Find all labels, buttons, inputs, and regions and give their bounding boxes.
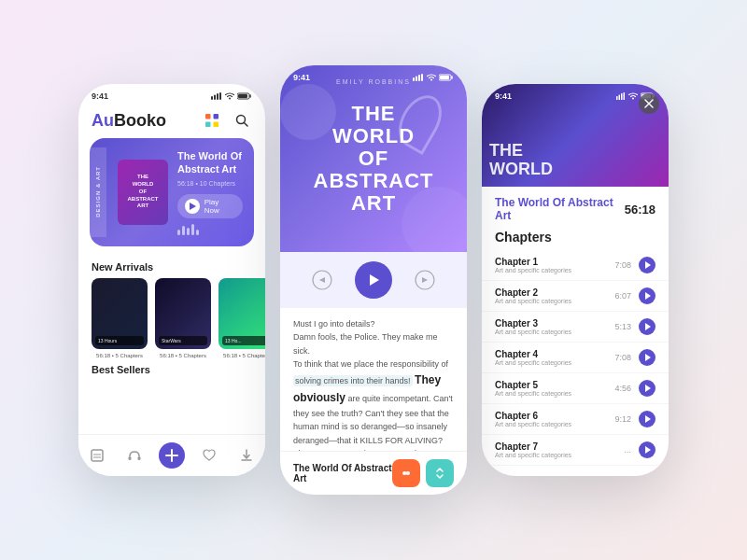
nav-download[interactable] xyxy=(233,442,260,469)
svg-rect-8 xyxy=(205,122,211,128)
nav-home[interactable] xyxy=(84,442,110,469)
scroll-button[interactable] xyxy=(426,459,454,487)
player-controls xyxy=(280,252,467,308)
chapter-play-icon-3 xyxy=(645,354,651,361)
forward-button[interactable] xyxy=(412,267,438,293)
svg-rect-7 xyxy=(214,114,219,119)
svg-line-11 xyxy=(244,122,247,126)
middle-bottom-bar: The World Of Abstract Art xyxy=(280,451,467,495)
chapter-play-icon-0 xyxy=(645,261,651,269)
chapter-name-1: Chapter 2 xyxy=(495,287,614,298)
highlight-text: solving crimes into their hands! xyxy=(293,375,413,386)
chapter-item[interactable]: Chapter 5 Art and specific categories 4:… xyxy=(482,373,669,404)
chapter-play-btn-4[interactable] xyxy=(639,380,655,397)
album-art: 9:41 EMILY ROBBINS THE WORLD OF xyxy=(280,65,467,252)
chapter-time-6: ... xyxy=(624,445,631,455)
chapter-play-btn-2[interactable] xyxy=(639,318,655,335)
nav-heart[interactable] xyxy=(196,442,222,469)
chapter-sub-4: Art and specific categories xyxy=(495,390,614,397)
chapter-play-icon-1 xyxy=(645,292,651,300)
chapter-play-icon-2 xyxy=(645,323,651,330)
rewind-button[interactable] xyxy=(309,267,335,293)
wave-dot-4 xyxy=(191,224,194,235)
book-badge-extra: 13 Ho... xyxy=(222,336,265,345)
play-button[interactable]: Play Now xyxy=(177,194,243,218)
chapter-play-btn-3[interactable] xyxy=(639,349,655,366)
album-author: EMILY ROBBINS xyxy=(336,78,411,85)
chapter-item[interactable]: Chapter 7 Art and specific categories ..… xyxy=(482,435,669,466)
play-main-button[interactable] xyxy=(355,261,392,299)
signal-icon-mid xyxy=(413,74,424,81)
chapters-header: Chapters xyxy=(482,226,669,250)
nav-headphones[interactable] xyxy=(121,442,148,469)
phone-right: 9:41 THE WORLD xyxy=(482,84,669,476)
svg-point-31 xyxy=(402,471,406,475)
hero-title: The World Of Abstract Art xyxy=(177,149,243,176)
status-icons-left xyxy=(211,92,252,100)
chapter-time-5: 9:12 xyxy=(614,414,631,424)
chapter-play-btn-0[interactable] xyxy=(639,257,655,273)
chapter-play-icon-6 xyxy=(645,446,651,454)
book-card-13hours[interactable]: 13 Hours 56:18 • 5 Chapters xyxy=(92,278,148,358)
chapter-play-btn-1[interactable] xyxy=(639,287,655,304)
chapter-time-1: 6:07 xyxy=(614,291,631,301)
chapter-item[interactable]: Chapter 1 Art and specific categories 7:… xyxy=(482,250,669,281)
chapter-info-0: Chapter 1 Art and specific categories xyxy=(495,257,614,273)
best-sellers-header: Best Sellers xyxy=(78,358,265,381)
chapter-info-3: Chapter 4 Art and specific categories xyxy=(495,349,614,366)
signal-icon xyxy=(211,92,222,100)
right-content: 9:41 THE WORLD xyxy=(482,84,669,476)
chapter-item[interactable]: Chapter 6 Art and specific categories 9:… xyxy=(482,404,669,435)
book-card-starwars[interactable]: StarWars 56:18 • 5 Chapters xyxy=(155,278,211,358)
svg-point-32 xyxy=(406,471,410,475)
chapter-play-btn-6[interactable] xyxy=(639,441,655,458)
bookmark-button[interactable] xyxy=(392,459,420,487)
chapter-item[interactable]: Chapter 4 Art and specific categories 7:… xyxy=(482,343,669,373)
svg-rect-21 xyxy=(413,77,415,81)
search-icon[interactable] xyxy=(232,110,252,131)
bottom-actions xyxy=(392,459,454,487)
chapter-play-icon-4 xyxy=(645,385,651,392)
left-header: AuBooko xyxy=(78,105,265,138)
svg-rect-0 xyxy=(211,96,213,100)
wave-dot-3 xyxy=(187,228,190,235)
hero-card: DESIGN & ART THE WORLD OF ABSTRACT ART T… xyxy=(90,138,254,246)
chapter-sub-0: Art and specific categories xyxy=(495,267,614,273)
chapter-sub-5: Art and specific categories xyxy=(495,421,614,427)
right-header-title: THE WORLD xyxy=(489,142,553,179)
play-label: Play Now xyxy=(204,198,235,215)
nav-plus[interactable] xyxy=(159,442,185,469)
middle-content: 9:41 EMILY ROBBINS THE WORLD OF xyxy=(280,65,467,495)
wave-dot-2 xyxy=(182,226,185,235)
right-header-image: 9:41 THE WORLD xyxy=(482,84,669,187)
chapter-time-2: 5:13 xyxy=(614,322,631,331)
book-badge-13hours: 13 Hours xyxy=(95,336,144,345)
svg-rect-23 xyxy=(418,75,420,81)
right-info-bar: The World Of Abstract Art 56:18 xyxy=(482,187,669,226)
grid-icon[interactable] xyxy=(202,110,222,131)
chapter-name-0: Chapter 1 xyxy=(495,257,614,267)
book-badge-starwars: StarWars xyxy=(159,336,207,345)
battery-icon xyxy=(237,92,252,100)
hero-info: The World Of Abstract Art 56:18 • 10 Cha… xyxy=(177,149,243,235)
header-icons xyxy=(202,110,252,131)
book-thumb-starwars: StarWars xyxy=(155,278,211,349)
book-label-13hours: 56:18 • 5 Chapters xyxy=(92,353,148,358)
time-left: 9:41 xyxy=(92,91,108,101)
chapter-name-4: Chapter 5 xyxy=(495,380,614,390)
chapter-name-5: Chapter 6 xyxy=(495,411,614,421)
book-card-extra[interactable]: 13 Ho... 56:18 • 5 Chapters xyxy=(218,278,265,358)
chapter-play-btn-5[interactable] xyxy=(639,411,655,427)
svg-rect-9 xyxy=(214,122,219,128)
chapter-info-2: Chapter 3 Art and specific categories xyxy=(495,318,614,335)
right-book-name: The World Of Abstract Art xyxy=(495,196,625,222)
close-button[interactable] xyxy=(639,93,659,114)
battery-icon-mid xyxy=(439,74,454,81)
book-label-extra: 56:18 • 5 Chapters xyxy=(218,353,265,358)
book-text: Must I go into details?Damn fools, the P… xyxy=(280,308,467,451)
chapter-item[interactable]: Chapter 2 Art and specific categories 6:… xyxy=(482,281,669,312)
chapter-item[interactable]: Chapter 3 Art and specific categories 5:… xyxy=(482,312,669,343)
chapter-info-1: Chapter 2 Art and specific categories xyxy=(495,287,614,304)
svg-rect-5 xyxy=(238,94,247,98)
status-bar-left: 9:41 xyxy=(78,84,265,105)
